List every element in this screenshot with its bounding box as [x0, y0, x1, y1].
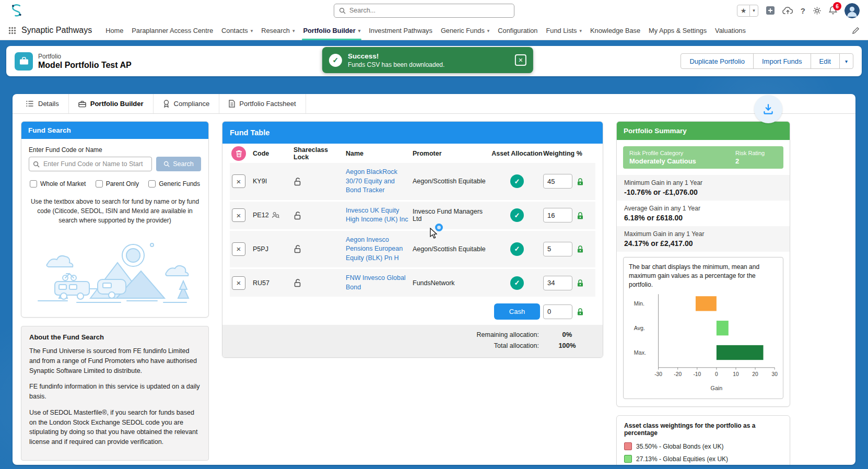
fund-code-text: RU57: [253, 279, 269, 287]
nav-item-valuations[interactable]: Valuations: [711, 21, 750, 40]
more-actions-button[interactable]: ▾: [839, 53, 853, 69]
avatar[interactable]: [844, 3, 860, 18]
fund-name-link[interactable]: Aegon Invesco Pensions European Equity (…: [346, 236, 409, 263]
import-funds-button[interactable]: Import Funds: [753, 53, 811, 69]
nav-item-investment-pathways[interactable]: Investment Pathways: [365, 21, 437, 40]
edit-nav-pencil-icon[interactable]: [852, 27, 860, 34]
nav-item-knowledge-base[interactable]: Knowledge Base: [586, 21, 644, 40]
fund-name-link[interactable]: FNW Invesco Global Bond: [346, 274, 409, 292]
briefcase-icon: [78, 100, 86, 108]
cash-weighting-input[interactable]: [543, 304, 572, 319]
remove-fund-button[interactable]: ×: [232, 208, 245, 222]
fund-name-link[interactable]: Invesco UK Equity High Income (UK) Inc: [346, 206, 409, 225]
risk-rating-value: 2: [735, 157, 777, 165]
fund-table-column-headers: Code Shareclass Lock Name Promoter Asset…: [230, 144, 595, 163]
legend-swatch: [624, 442, 632, 450]
gain-bar-chart: -30-20-100102030Min.Avg.Max.Gain: [629, 291, 778, 396]
nav-item-label: Configuration: [498, 27, 537, 34]
svg-text:Min.: Min.: [634, 301, 644, 307]
checkbox[interactable]: [96, 180, 103, 187]
weighting-lock-icon[interactable]: [576, 211, 584, 220]
remaining-allocation-value: 0%: [539, 331, 595, 338]
cloud-upload-icon[interactable]: [782, 6, 793, 15]
quick-add-icon[interactable]: [766, 6, 775, 15]
fund-search-header: Fund Search: [21, 122, 208, 139]
checkbox-label: Whole of Market: [40, 180, 86, 187]
tab-compliance[interactable]: Compliance: [154, 94, 220, 113]
favorites-chevron-icon[interactable]: ▾: [750, 8, 758, 13]
help-icon[interactable]: ?: [801, 6, 805, 15]
svg-text:Gain: Gain: [711, 385, 723, 391]
weighting-lock-icon[interactable]: [576, 307, 584, 316]
weighting-lock-icon[interactable]: [576, 278, 584, 287]
tab-portfolio-factsheet[interactable]: Portfolio Factsheet: [219, 94, 306, 113]
shareclass-unlock-icon[interactable]: [294, 211, 343, 220]
about-title: About the Fund Search: [29, 333, 201, 341]
nav-item-home[interactable]: Home: [101, 21, 127, 40]
synaptic-logo[interactable]: [8, 2, 25, 19]
favorites-group[interactable]: ★ ▾: [737, 5, 758, 17]
remove-fund-button[interactable]: ×: [232, 276, 245, 290]
search-icon: [339, 7, 346, 14]
svg-text:Avg.: Avg.: [634, 325, 645, 331]
toast-message: Funds CSV has been downloaded.: [348, 61, 444, 68]
weighting-lock-icon[interactable]: [576, 244, 584, 253]
tab-label: Compliance: [174, 100, 210, 108]
about-panel: About the Fund Search The Fund Universe …: [21, 326, 209, 461]
nav-item-fund-lists[interactable]: Fund Lists▾: [542, 21, 586, 40]
remove-fund-button[interactable]: ×: [232, 242, 245, 256]
remaining-allocation-label: Remaining allocation:: [476, 331, 539, 338]
gain-stat-value: 24.17% or £2,417.00: [624, 239, 782, 248]
shareclass-unlock-icon[interactable]: [294, 278, 343, 287]
about-paragraphs: The Fund Universe is sourced from FE fun…: [29, 346, 201, 447]
favorites-star-icon[interactable]: ★: [737, 5, 750, 16]
nav-item-generic-funds[interactable]: Generic Funds▾: [437, 21, 494, 40]
nav-item-label: Home: [105, 27, 123, 34]
checkbox[interactable]: [148, 180, 156, 187]
legend-label: 27.13% - Global Equities (ex UK): [636, 455, 728, 463]
filter-parent-only[interactable]: Parent Only: [96, 180, 139, 187]
edit-button[interactable]: Edit: [811, 53, 840, 69]
setup-gear-icon[interactable]: [813, 6, 822, 15]
nav-item-label: Contacts: [221, 27, 248, 34]
tab-portfolio-builder[interactable]: Portfolio Builder: [69, 94, 154, 113]
filter-whole-of-market[interactable]: Whole of Market: [30, 180, 86, 187]
cash-button[interactable]: Cash: [494, 303, 540, 320]
nav-item-my-apps-settings[interactable]: My Apps & Settings: [644, 21, 711, 40]
nav-item-configuration[interactable]: Configuration: [494, 21, 542, 40]
weighting-input[interactable]: [543, 174, 572, 189]
weighting-lock-icon[interactable]: [576, 177, 584, 186]
fund-code-text: P5PJ: [253, 245, 268, 253]
global-search-input[interactable]: [349, 7, 509, 14]
tab-details[interactable]: Details: [17, 94, 69, 113]
delete-all-button[interactable]: [231, 146, 246, 161]
app-launcher-icon[interactable]: [8, 27, 16, 34]
shareclass-unlock-icon[interactable]: [294, 244, 343, 253]
weighting-input[interactable]: [543, 276, 572, 290]
checkbox[interactable]: [30, 180, 37, 187]
toast-close-button[interactable]: ×: [515, 54, 526, 66]
fund-code-input[interactable]: [29, 157, 152, 171]
notifications-bell-icon[interactable]: 6: [829, 6, 837, 15]
risk-rating-label: Risk Rating: [735, 150, 777, 156]
nav-item-portfolio-builder[interactable]: Portfolio Builder▾: [299, 21, 365, 40]
nav-item-contacts[interactable]: Contacts▾: [217, 21, 257, 40]
remove-fund-button[interactable]: ×: [232, 174, 245, 188]
fund-search-button[interactable]: Search: [156, 157, 201, 171]
svg-text:0: 0: [715, 372, 718, 378]
duplicate-portfolio-button[interactable]: Duplicate Portfolio: [681, 53, 754, 69]
filter-generic-funds[interactable]: Generic Funds: [148, 180, 200, 187]
about-paragraph: The Fund Universe is sourced from FE fun…: [29, 346, 201, 376]
weighting-input[interactable]: [543, 208, 572, 222]
builder-panels: Fund Search Enter Fund Code or Name: [13, 114, 855, 465]
column-header-name: Name: [346, 150, 413, 157]
nav-item-label: Portfolio Builder: [303, 27, 355, 34]
fund-name-link[interactable]: Aegon BlackRock 30/70 Equity and Bond Tr…: [346, 168, 409, 195]
shareclass-unlock-icon[interactable]: [294, 177, 343, 186]
download-button[interactable]: [754, 95, 782, 123]
nav-item-paraplanner-access-centre[interactable]: Paraplanner Access Centre: [127, 21, 217, 40]
synaptic-logo-icon: [9, 3, 25, 18]
nav-item-research[interactable]: Research▾: [257, 21, 299, 40]
global-search[interactable]: [334, 4, 514, 18]
weighting-input[interactable]: [543, 242, 572, 256]
